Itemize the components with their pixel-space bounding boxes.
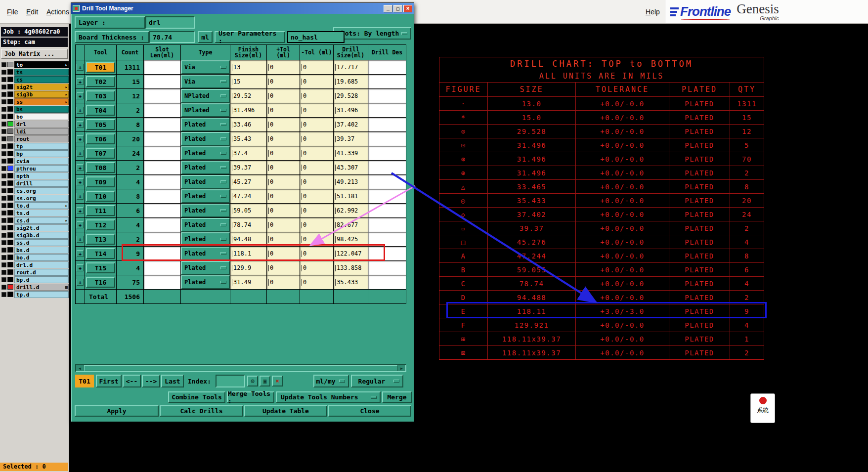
finish-size-input[interactable]: 78.74 [230, 218, 266, 232]
layer-name-label[interactable]: bs.d [14, 247, 69, 254]
drill-size-input[interactable]: 35.433 [334, 275, 368, 289]
drill-size-input[interactable]: 82.677 [334, 218, 368, 232]
type-dropdown[interactable]: Plated [181, 218, 230, 232]
slot-len-input[interactable] [144, 218, 180, 232]
plus-tol-input[interactable]: 0 [267, 204, 300, 217]
units-dropdown[interactable]: ml/my [313, 375, 349, 387]
type-dropdown[interactable]: Via [181, 60, 230, 74]
tool-button[interactable]: T15 [86, 262, 115, 273]
layer-name-label[interactable]: cvia [14, 158, 69, 165]
layer-row[interactable]: ss▸ [0, 98, 69, 105]
layer-color-swatch[interactable] [7, 121, 13, 127]
minus-tol-input[interactable]: 0 [300, 218, 333, 232]
layer-color-swatch[interactable] [7, 77, 13, 82]
layer-name-label[interactable]: ss▸ [14, 98, 69, 105]
layer-row[interactable]: ss.d [0, 239, 69, 246]
layer-row[interactable]: ts [0, 68, 69, 76]
tool-button[interactable]: T03 [86, 90, 115, 101]
layer-visibility-checkbox[interactable] [1, 233, 6, 238]
drill-des-input[interactable] [368, 89, 406, 103]
layer-color-swatch[interactable] [7, 255, 13, 260]
type-dropdown[interactable]: Via [181, 75, 230, 88]
layer-color-swatch[interactable] [7, 173, 13, 178]
layer-row[interactable]: sig2t▸ [0, 83, 69, 90]
layer-name-label[interactable]: cs.org [14, 187, 69, 194]
finish-size-input[interactable]: 59.05 [230, 204, 266, 217]
layer-name-label[interactable]: rout.d [14, 269, 69, 276]
finish-size-input[interactable]: 47.24 [230, 189, 266, 203]
job-matrix-button[interactable]: Job Matrix ... [1, 49, 68, 59]
layer-visibility-checkbox[interactable] [1, 255, 6, 260]
update-tools-numbers-dropdown[interactable]: Update Tools Numbers [276, 391, 381, 403]
minus-tol-input[interactable]: 0 [300, 161, 333, 174]
layer-name-label[interactable]: ldi [14, 128, 69, 135]
slot-len-input[interactable] [144, 261, 180, 275]
menu-help[interactable]: Help [646, 8, 660, 16]
close-button[interactable]: Close [328, 405, 411, 417]
layer-row[interactable]: to.d▸ [0, 202, 69, 209]
minus-tol-input[interactable]: 0 [300, 146, 333, 160]
drill-size-input[interactable]: 133.858 [334, 261, 368, 275]
drill-des-input[interactable] [368, 103, 406, 117]
layer-row[interactable]: bs [0, 105, 69, 113]
layer-color-swatch[interactable] [7, 210, 13, 215]
tool-button[interactable]: T06 [86, 133, 115, 144]
drill-des-input[interactable] [368, 218, 406, 232]
layer-name-label[interactable]: to▸ [14, 61, 69, 68]
tool-button[interactable]: T12 [86, 219, 115, 230]
layer-color-swatch[interactable] [7, 232, 13, 238]
plus-tol-input[interactable]: 0 [267, 89, 300, 103]
close-icon[interactable] [403, 5, 412, 12]
highlight-icon-button[interactable]: ⊙ [247, 376, 258, 386]
drill-icon-button[interactable]: + [77, 107, 84, 114]
layer-color-swatch[interactable] [7, 269, 13, 275]
layer-name-label[interactable]: tp.d [14, 291, 69, 298]
layer-visibility-checkbox[interactable] [1, 159, 6, 164]
plus-tol-input[interactable]: 0 [267, 218, 300, 232]
layer-name-label[interactable]: sig2t.d [14, 224, 69, 231]
slot-len-input[interactable] [144, 89, 180, 103]
drill-des-input[interactable] [368, 132, 406, 146]
finish-size-input[interactable]: 31.496 [230, 103, 266, 117]
layer-color-swatch[interactable] [7, 240, 13, 245]
drill-icon-button[interactable]: + [77, 64, 84, 71]
layer-name-label[interactable]: drl.d [14, 261, 69, 268]
mode-dropdown[interactable]: Regular [351, 375, 403, 387]
tool-button[interactable]: T04 [86, 105, 115, 116]
layer-name-label[interactable]: drl [14, 121, 69, 128]
tool-button[interactable]: T07 [86, 148, 115, 159]
plus-tol-input[interactable]: 0 [267, 132, 300, 146]
index-input[interactable] [216, 375, 245, 387]
layer-color-swatch[interactable] [7, 136, 13, 141]
layer-name-label[interactable]: cs.d▸ [14, 217, 69, 224]
slots-dropdown[interactable]: Slots: By length [333, 27, 411, 40]
layer-row[interactable]: bo [0, 113, 69, 120]
layer-color-swatch[interactable] [7, 62, 13, 67]
drill-icon-button[interactable]: + [77, 250, 84, 257]
layer-color-swatch[interactable] [7, 99, 13, 104]
finish-size-input[interactable]: 45.27 [230, 175, 266, 189]
plus-tol-input[interactable]: 0 [267, 189, 300, 203]
scroll-left-arrow-icon[interactable]: ◀ [77, 366, 83, 371]
layer-visibility-checkbox[interactable] [1, 203, 6, 208]
layer-name-label[interactable]: drill.d▦ [14, 284, 69, 291]
layer-color-swatch[interactable] [7, 166, 13, 171]
plus-tol-input[interactable]: 0 [267, 60, 300, 74]
plus-tol-input[interactable]: 0 [267, 275, 300, 289]
layer-visibility-checkbox[interactable] [1, 92, 6, 97]
board-thickness-field[interactable]: 78.74 [149, 31, 195, 43]
menu-file[interactable]: File [7, 8, 18, 16]
layer-visibility-checkbox[interactable] [1, 62, 6, 67]
layer-visibility-checkbox[interactable] [1, 188, 6, 193]
layer-row[interactable]: pthrou [0, 165, 69, 172]
layer-row[interactable]: bp.d [0, 276, 69, 283]
plus-tol-input[interactable]: 0 [267, 118, 300, 131]
layer-color-swatch[interactable] [7, 69, 13, 75]
drill-des-input[interactable] [368, 75, 406, 88]
layer-row[interactable]: bs.d [0, 246, 69, 254]
layer-color-swatch[interactable] [7, 84, 13, 89]
layer-row[interactable]: ss.org [0, 194, 69, 202]
scroll-right-arrow-icon[interactable]: ▶ [398, 366, 405, 371]
layer-color-swatch[interactable] [7, 262, 13, 267]
drill-size-input[interactable]: 37.402 [334, 118, 368, 131]
